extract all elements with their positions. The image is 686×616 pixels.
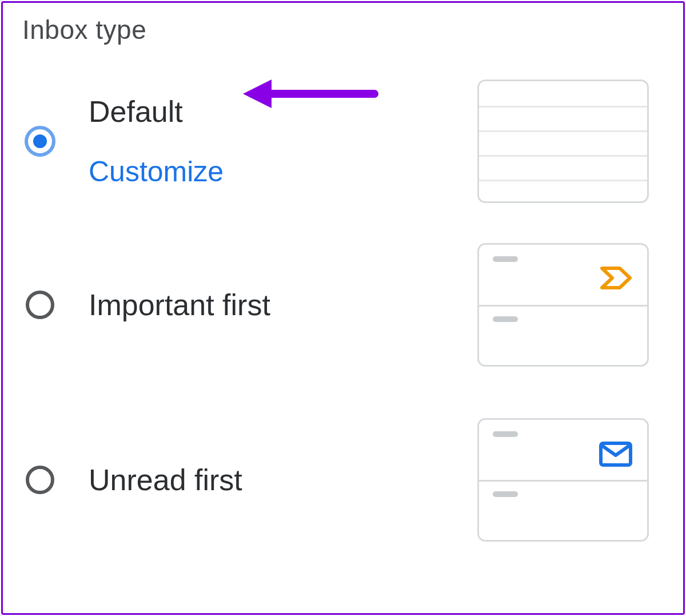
radio-unselected-icon: [25, 464, 55, 495]
svg-point-5: [27, 467, 53, 492]
radio-col: [20, 289, 89, 320]
radio-important-first[interactable]: [25, 289, 55, 320]
radio-default-selected[interactable]: [25, 126, 55, 157]
preview-col: [466, 418, 649, 542]
option-label-important-first: Important first: [89, 288, 466, 322]
radio-col: [20, 464, 89, 495]
preview-unread-first-icon: [477, 418, 649, 542]
preview-default-icon: [477, 80, 649, 203]
radio-col: [20, 126, 89, 157]
envelope-icon: [599, 442, 632, 469]
inbox-type-option-important-first[interactable]: Important first: [20, 243, 649, 367]
svg-point-1: [33, 134, 47, 148]
option-label-unread-first: Unread first: [89, 463, 466, 497]
preview-important-first-icon: [477, 243, 649, 367]
section-title: Inbox type: [22, 14, 649, 45]
preview-col: [466, 243, 649, 367]
label-col: Important first: [89, 288, 466, 322]
preview-col: [466, 80, 649, 203]
inbox-type-option-default[interactable]: Default Customize: [20, 80, 649, 203]
label-col: Unread first: [89, 463, 466, 497]
inbox-type-option-unread-first[interactable]: Unread first: [20, 418, 649, 542]
svg-point-4: [27, 292, 53, 317]
radio-unread-first[interactable]: [25, 464, 55, 495]
label-col: Default Customize: [89, 94, 466, 188]
radio-selected-icon: [25, 126, 55, 157]
important-marker-icon: [600, 267, 632, 292]
option-label-default: Default: [89, 94, 466, 129]
customize-link[interactable]: Customize: [89, 155, 466, 188]
radio-unselected-icon: [25, 289, 55, 320]
settings-panel: Inbox type Default Customize: [1, 1, 685, 615]
